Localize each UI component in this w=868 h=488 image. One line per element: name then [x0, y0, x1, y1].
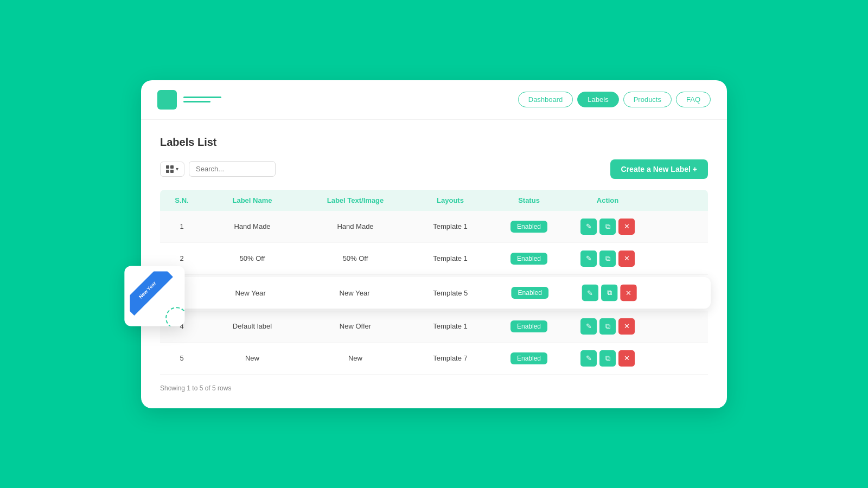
cell-label-name: New	[203, 346, 301, 370]
table-row: 1 Hand Made Hand Made Template 1 Enabled…	[160, 211, 708, 243]
cell-layout: Template 1	[410, 215, 491, 238]
cell-layout: Template 1	[410, 314, 491, 338]
copy-button[interactable]: ⧉	[601, 284, 617, 300]
logo-area	[157, 90, 518, 110]
cell-label-text: New	[301, 346, 410, 370]
edit-button[interactable]: ✎	[582, 284, 598, 300]
showing-text: Showing 1 to 5 of 5 rows	[160, 384, 708, 392]
copy-button[interactable]: ⧉	[599, 219, 616, 235]
cell-action: ✎ ⧉ ✕	[567, 343, 648, 374]
ribbon: New Year	[130, 271, 173, 315]
table-row: 5 New New Template 7 Enabled ✎ ⧉ ✕	[160, 343, 708, 375]
status-badge: Enabled	[511, 286, 548, 298]
cell-status: Enabled	[492, 279, 568, 306]
action-buttons: ✎ ⧉ ✕	[570, 350, 645, 367]
cell-layout: Template 1	[410, 247, 491, 270]
cell-layout: Template 5	[410, 281, 492, 304]
copy-button[interactable]: ⧉	[599, 251, 616, 267]
cell-status: Enabled	[491, 245, 567, 272]
col-status: Status	[491, 196, 567, 204]
nav-buttons: Dashboard Labels Products FAQ	[518, 92, 711, 107]
status-badge: Enabled	[510, 320, 547, 332]
logo-line-2	[183, 101, 210, 102]
cell-label-name: New Year	[201, 281, 300, 304]
col-sn: S.N.	[160, 196, 203, 204]
copy-button[interactable]: ⧉	[599, 318, 616, 335]
col-label-name: Label Name	[203, 196, 301, 204]
delete-button[interactable]: ✕	[618, 318, 635, 335]
edit-button[interactable]: ✎	[580, 350, 597, 367]
logo-icon	[157, 90, 177, 110]
page-title: Labels List	[160, 136, 708, 149]
cell-label-name: 50% Off	[203, 247, 301, 270]
col-label-text: Label Text/Image	[301, 196, 410, 204]
cell-action: ✎ ⧉ ✕	[567, 243, 648, 274]
top-nav: Dashboard Labels Products FAQ	[141, 80, 727, 120]
grid-icon	[166, 165, 174, 173]
chevron-down-icon: ▾	[176, 166, 178, 172]
nav-faq[interactable]: FAQ	[676, 92, 711, 107]
create-label-button[interactable]: Create a New Label +	[610, 159, 708, 179]
cell-action: ✎ ⧉ ✕	[568, 277, 650, 309]
action-buttons: ✎ ⧉ ✕	[572, 284, 647, 300]
table-row-highlighted: New Year 3 New Year New Year Template 5 …	[157, 277, 711, 309]
cell-label-name: Default label	[203, 314, 301, 338]
cell-label-text: Hand Made	[301, 215, 410, 238]
grid-view-button[interactable]: ▾	[160, 162, 184, 177]
label-preview-popup: New Year	[124, 266, 184, 326]
cell-label-name: Hand Made	[203, 215, 301, 238]
logo-line-1	[183, 97, 221, 98]
cell-sn: 1	[160, 215, 203, 238]
edit-button[interactable]: ✎	[580, 318, 597, 335]
cell-label-text: New Year	[300, 281, 410, 304]
action-buttons: ✎ ⧉ ✕	[570, 318, 645, 335]
nav-dashboard[interactable]: Dashboard	[518, 92, 573, 107]
cell-sn: 5	[160, 346, 203, 370]
content-area: Labels List ▾ Create a New Label + S.N. …	[141, 120, 727, 408]
ribbon-text: New Year	[138, 280, 157, 300]
logo-lines	[183, 97, 221, 102]
cell-status: Enabled	[491, 313, 567, 340]
status-badge: Enabled	[510, 253, 547, 265]
table-row: 4 Default label New Offer Template 1 Ena…	[160, 311, 708, 343]
delete-button[interactable]: ✕	[618, 219, 635, 235]
delete-button[interactable]: ✕	[618, 350, 635, 367]
status-badge: Enabled	[510, 352, 547, 364]
delete-button[interactable]: ✕	[618, 251, 635, 267]
col-action: Action	[567, 196, 648, 204]
cell-action: ✎ ⧉ ✕	[567, 211, 648, 242]
cell-label-text: New Offer	[301, 314, 410, 338]
nav-labels[interactable]: Labels	[577, 92, 618, 107]
cell-layout: Template 7	[410, 346, 491, 370]
app-window: Dashboard Labels Products FAQ Labels Lis…	[141, 80, 727, 408]
cell-status: Enabled	[491, 213, 567, 240]
dashed-circle-decoration	[165, 307, 184, 326]
action-buttons: ✎ ⧉ ✕	[570, 219, 645, 235]
edit-button[interactable]: ✎	[580, 219, 597, 235]
toolbar: ▾ Create a New Label +	[160, 159, 708, 179]
delete-button[interactable]: ✕	[620, 284, 636, 300]
cell-status: Enabled	[491, 345, 567, 372]
table-row: 2 50% Off 50% Off Template 1 Enabled ✎ ⧉…	[160, 243, 708, 275]
col-layouts: Layouts	[410, 196, 491, 204]
cell-action: ✎ ⧉ ✕	[567, 311, 648, 342]
toolbar-left: ▾	[160, 161, 276, 177]
status-badge: Enabled	[510, 221, 547, 233]
search-input[interactable]	[189, 161, 276, 177]
copy-button[interactable]: ⧉	[599, 350, 616, 367]
nav-products[interactable]: Products	[623, 92, 672, 107]
action-buttons: ✎ ⧉ ✕	[570, 251, 645, 267]
labels-table: S.N. Label Name Label Text/Image Layouts…	[160, 190, 708, 375]
table-header: S.N. Label Name Label Text/Image Layouts…	[160, 190, 708, 211]
edit-button[interactable]: ✎	[580, 251, 597, 267]
cell-label-text: 50% Off	[301, 247, 410, 270]
